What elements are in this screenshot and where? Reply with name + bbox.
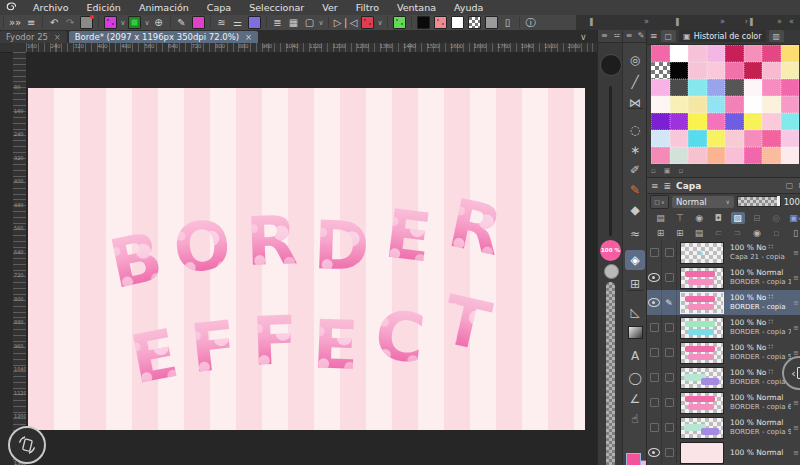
ruler-collapse-chevron-icon[interactable]: ∨ xyxy=(580,32,587,42)
history-swatch-r1c1[interactable] xyxy=(651,45,670,62)
redo-icon[interactable]: ↷ xyxy=(64,17,76,29)
layer-visibility-cell[interactable] xyxy=(647,440,662,465)
layer-thumbnail[interactable] xyxy=(680,242,724,264)
polyline-tool[interactable]: ◺ xyxy=(625,302,645,322)
layer-row-8[interactable]: 100 % NormalBORDER - copia 9≡ xyxy=(647,415,800,441)
document-tab-1[interactable]: Borde* (2097 x 1196px 350dpi 72.0%)× xyxy=(69,31,258,43)
menu-capa[interactable]: Capa xyxy=(198,0,240,15)
history-swatch-r3c8[interactable] xyxy=(781,79,800,96)
menu-seleccionar[interactable]: Seleccionar xyxy=(240,0,313,15)
lasso-tool[interactable]: ◌ xyxy=(625,120,645,140)
fg-bg-color-wells[interactable] xyxy=(626,453,646,465)
history-swatch-r4c1[interactable] xyxy=(651,96,670,113)
create-mask-icon[interactable]: ◉ xyxy=(750,227,764,239)
history-swatch-r5c1[interactable] xyxy=(651,113,670,130)
chevron-down-icon[interactable]: ∨ xyxy=(319,19,324,27)
document-icon[interactable]: ▯ xyxy=(502,17,514,29)
history-swatch-r6c3[interactable] xyxy=(688,130,707,147)
history-swatch-r5c2[interactable] xyxy=(670,113,689,130)
history-swatch-r3c3[interactable] xyxy=(688,79,707,96)
history-swatch-r3c4[interactable] xyxy=(707,79,726,96)
delete-layer-icon[interactable]: ▯ xyxy=(788,227,800,239)
history-swatch-r6c8[interactable] xyxy=(781,130,800,147)
history-swatch-r6c2[interactable] xyxy=(670,130,689,147)
menu-ventana[interactable]: Ventana xyxy=(388,0,445,15)
brush-strokes-icon[interactable]: ≋ xyxy=(216,17,228,29)
layer-visibility-cell[interactable] xyxy=(647,265,662,290)
layer-thumbnail[interactable] xyxy=(680,417,724,439)
gray-swatch[interactable] xyxy=(485,16,498,29)
history-swatch-r2c1[interactable] xyxy=(651,62,670,79)
layer-edit-cell[interactable]: ✎ xyxy=(662,290,677,315)
history-swatch-r4c2[interactable] xyxy=(670,96,689,113)
layers-monitor-icon[interactable]: ▢ xyxy=(786,181,794,190)
pen-icon[interactable]: ✎ xyxy=(176,17,188,29)
rotate-canvas-button[interactable] xyxy=(8,426,46,464)
layer-row-4[interactable]: 100 % No∷BORDER - copia 7≡ xyxy=(647,315,800,341)
history-swatch-r6c7[interactable] xyxy=(762,130,781,147)
history-swatch-r6c5[interactable] xyxy=(725,130,744,147)
history-swatch-r3c5[interactable] xyxy=(725,79,744,96)
draft-layer-icon[interactable]: ⊟ xyxy=(750,212,764,224)
history-swatch-r3c2[interactable] xyxy=(670,79,689,96)
history-swatch-r2c4[interactable] xyxy=(707,62,726,79)
layer-grip-icon[interactable]: ≡ xyxy=(791,449,800,457)
sliders-icon[interactable]: ⚌ xyxy=(232,17,244,29)
balloon-tool[interactable]: ◯ xyxy=(625,368,645,388)
strip-menu-icon[interactable]: ≡ xyxy=(601,31,608,40)
layer-row-6[interactable]: 100 % No∷BORDER - copia 8≡ xyxy=(647,365,800,391)
layer-visibility-cell[interactable] xyxy=(647,315,662,340)
line-tool[interactable]: ╱ xyxy=(625,72,645,92)
history-swatch-r3c6[interactable] xyxy=(744,79,763,96)
new-layer-icon[interactable]: ⊞ xyxy=(654,227,668,239)
tool-strip-header[interactable]: ≡ ✎ xyxy=(623,28,647,43)
history-swatch-r1c3[interactable] xyxy=(688,45,707,62)
history-swatch-r5c8[interactable] xyxy=(781,113,800,130)
panel-tab-color-set[interactable]: ▥ xyxy=(769,30,785,42)
dock-control-3[interactable]: » xyxy=(720,17,725,26)
panel-menu-icon[interactable]: ≡ xyxy=(650,31,658,41)
tab-close-icon[interactable]: × xyxy=(245,33,252,42)
history-swatch-r7c1[interactable] xyxy=(651,147,670,164)
history-swatch-r2c2[interactable] xyxy=(670,62,689,79)
layer-edit-cell[interactable] xyxy=(662,390,677,415)
layers-stack-icon[interactable]: ≣ xyxy=(272,17,284,29)
frame-tool[interactable]: ⊞ xyxy=(625,274,645,294)
history-swatch-r1c7[interactable] xyxy=(762,45,781,62)
history-swatch-r4c3[interactable] xyxy=(688,96,707,113)
layer-edit-cell[interactable] xyxy=(662,265,677,290)
drawing-canvas[interactable]: BORDEREFFECT xyxy=(28,88,585,430)
layer-edit-cell[interactable] xyxy=(662,315,677,340)
lock-transparent-pixels-icon[interactable]: ▨ xyxy=(731,212,745,224)
layer-thumbnail[interactable] xyxy=(680,342,724,364)
undo-icon[interactable]: ↶ xyxy=(48,17,60,29)
history-swatch-r6c4[interactable] xyxy=(707,130,726,147)
layer-grip-icon[interactable]: ≡ xyxy=(791,424,800,432)
grid-icon[interactable]: ▦ xyxy=(288,17,300,29)
history-swatch-r1c8[interactable] xyxy=(781,45,800,62)
blend-tool[interactable]: ≈ xyxy=(625,224,645,244)
timelapse-swatch[interactable] xyxy=(248,16,261,29)
layer-thumbnail[interactable] xyxy=(680,392,724,414)
pink-dots-swatch[interactable] xyxy=(434,16,447,29)
text-tool[interactable]: A xyxy=(625,346,645,366)
opacity-slider-track[interactable] xyxy=(606,282,615,465)
footer-icon-1[interactable]: ▫ xyxy=(651,167,656,175)
layer-visibility-cell[interactable] xyxy=(647,390,662,415)
layer-edit-cell[interactable] xyxy=(662,340,677,365)
layer-thumbnail[interactable] xyxy=(680,367,724,389)
lock-layer-icon[interactable]: ◘ xyxy=(711,212,725,224)
layer-edit-cell[interactable] xyxy=(662,415,677,440)
history-swatch-r4c7[interactable] xyxy=(762,96,781,113)
selection-icon[interactable]: ▢ xyxy=(304,17,316,29)
tab-close-icon[interactable]: × xyxy=(54,33,61,42)
slider-strip-header[interactable]: ≡ ⚍ xyxy=(598,28,623,43)
chevron-down-icon[interactable]: ∨ xyxy=(120,19,125,27)
apply-mask-icon[interactable]: ▫ xyxy=(769,227,783,239)
foreground-color-well[interactable] xyxy=(626,453,641,465)
history-swatch-r3c1[interactable] xyxy=(651,79,670,96)
menu-ayuda[interactable]: Ayuda xyxy=(445,0,492,15)
history-swatch-r1c5[interactable] xyxy=(725,45,744,62)
marker-tool[interactable]: ✎ xyxy=(625,180,645,200)
snapshot-icon[interactable] xyxy=(80,16,93,29)
